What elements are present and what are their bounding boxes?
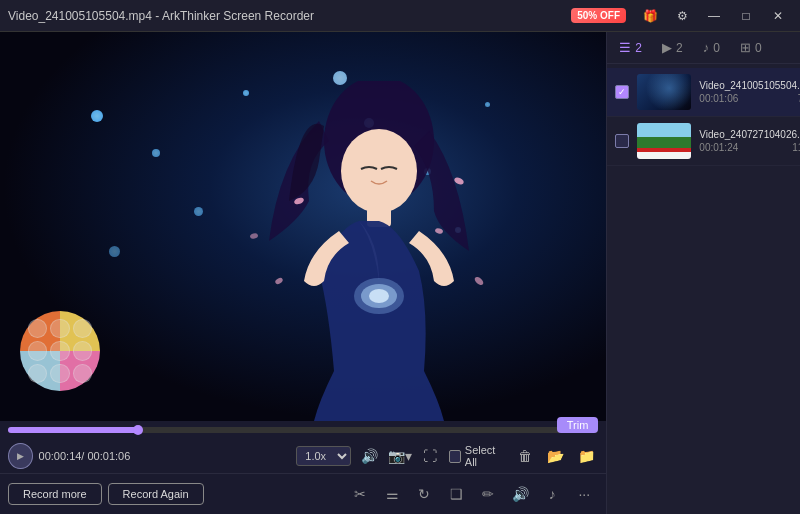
- tab-video[interactable]: ▶ 2: [658, 38, 687, 57]
- recording-item[interactable]: ✓ Video_241005105504.mp4 00:01:06 7MB: [607, 68, 800, 117]
- sparkle: [152, 149, 160, 157]
- close-button[interactable]: ✕: [764, 6, 792, 26]
- tab-list[interactable]: ☰ 2: [615, 38, 646, 57]
- timeline-area: Trim: [0, 421, 606, 439]
- select-all-label: Select All: [465, 444, 507, 468]
- recording-info: Video_240727104026.mp4 00:01:24 11MB: [699, 129, 800, 153]
- main-container: Trim ▶ 00:00:14/ 00:01:06 0.5x 0.75x 1.0…: [0, 32, 800, 514]
- recording-duration: 00:01:06: [699, 93, 738, 104]
- controls-row: ▶ 00:00:14/ 00:01:06 0.5x 0.75x 1.0x 1.2…: [0, 439, 606, 473]
- pop-bubble: [28, 364, 47, 383]
- recording-meta: 00:01:24 11MB: [699, 142, 800, 153]
- window-title: Video_241005105504.mp4 - ArkThinker Scre…: [8, 9, 571, 23]
- recording-size: 11MB: [792, 142, 800, 153]
- title-controls: 50% OFF 🎁 ⚙ — □ ✕: [571, 6, 792, 26]
- volume-boost-icon[interactable]: 🔊: [506, 480, 534, 508]
- volume-icon[interactable]: 🔊: [357, 443, 381, 469]
- camera-icon[interactable]: 📷▾: [388, 443, 412, 469]
- sparkle: [91, 110, 103, 122]
- progress-bar[interactable]: Trim: [8, 427, 598, 433]
- select-all-area[interactable]: Select All: [449, 444, 507, 468]
- sparkle: [109, 246, 120, 257]
- recordings-list: ✓ Video_241005105504.mp4 00:01:06 7MB Vi…: [607, 64, 800, 514]
- left-panel: Trim ▶ 00:00:14/ 00:01:06 0.5x 0.75x 1.0…: [0, 32, 606, 514]
- image-count: 0: [755, 41, 762, 55]
- recording-info: Video_241005105504.mp4 00:01:06 7MB: [699, 80, 800, 104]
- pop-bubble: [50, 364, 69, 383]
- svg-point-10: [250, 233, 259, 240]
- pop-bubble: [50, 319, 69, 338]
- pop-it-toy: [20, 311, 100, 391]
- image-tab-icon: ⊞: [740, 40, 751, 55]
- sparkle: [194, 207, 203, 216]
- more-icon[interactable]: ···: [570, 480, 598, 508]
- delete-icon[interactable]: 🗑: [513, 443, 537, 469]
- save-folder-icon[interactable]: 📁: [574, 443, 598, 469]
- time-display: 00:00:14/ 00:01:06: [39, 450, 131, 462]
- recording-name: Video_240727104026.mp4: [699, 129, 800, 140]
- list-icon: ☰: [619, 40, 631, 55]
- rotate-icon[interactable]: ↻: [410, 480, 438, 508]
- svg-point-1: [341, 129, 417, 213]
- promo-badge[interactable]: 50% OFF: [571, 8, 626, 23]
- right-panel: ☰ 2 ▶ 2 ♪ 0 ⊞ 0 ✓: [606, 32, 800, 514]
- minimize-button[interactable]: —: [700, 6, 728, 26]
- video-tab-icon: ▶: [662, 40, 672, 55]
- video-canvas: [0, 32, 606, 421]
- progress-thumb[interactable]: [133, 425, 143, 435]
- gift-icon[interactable]: 🎁: [636, 6, 664, 26]
- pop-bubble: [28, 319, 47, 338]
- split-icon[interactable]: ⚌: [378, 480, 406, 508]
- recording-thumbnail: [637, 123, 691, 159]
- recording-name: Video_241005105504.mp4: [699, 80, 800, 91]
- anime-character: [219, 81, 499, 421]
- select-all-checkbox[interactable]: [449, 450, 461, 463]
- tab-bar: ☰ 2 ▶ 2 ♪ 0 ⊞ 0: [607, 32, 800, 64]
- copy-icon[interactable]: ❑: [442, 480, 470, 508]
- recording-duration: 00:01:24: [699, 142, 738, 153]
- record-more-button[interactable]: Record more: [8, 483, 102, 505]
- pop-bubble: [28, 341, 47, 360]
- progress-fill: [8, 427, 138, 433]
- play-icon: ▶: [17, 451, 24, 461]
- audio-icon[interactable]: ♪: [538, 480, 566, 508]
- tab-image[interactable]: ⊞ 0: [736, 38, 766, 57]
- pop-bubble: [73, 341, 92, 360]
- audio-count: 0: [713, 41, 720, 55]
- settings-icon[interactable]: ⚙: [668, 6, 696, 26]
- video-preview: [0, 32, 606, 421]
- tab-audio[interactable]: ♪ 0: [699, 38, 724, 57]
- bottom-row: Record more Record Again ✂ ⚌ ↻ ❑ ✏ 🔊 ♪ ·…: [0, 473, 606, 514]
- video-count: 2: [676, 41, 683, 55]
- list-count: 2: [635, 41, 642, 55]
- checkbox-check: ✓: [618, 87, 626, 97]
- edit-icon[interactable]: ✏: [474, 480, 502, 508]
- expand-icon[interactable]: ⛶: [418, 443, 442, 469]
- pop-bubble: [73, 364, 92, 383]
- recording-checkbox[interactable]: ✓: [615, 85, 629, 99]
- recording-item[interactable]: Video_240727104026.mp4 00:01:24 11MB: [607, 117, 800, 166]
- play-button[interactable]: ▶: [8, 443, 33, 469]
- title-bar: Video_241005105504.mp4 - ArkThinker Scre…: [0, 0, 800, 32]
- speed-selector[interactable]: 0.5x 0.75x 1.0x 1.25x 1.5x 2.0x: [296, 446, 351, 466]
- recording-meta: 00:01:06 7MB: [699, 93, 800, 104]
- pop-bubble: [50, 341, 69, 360]
- svg-point-7: [435, 228, 444, 235]
- recording-thumbnail: [637, 74, 691, 110]
- trim-button[interactable]: Trim: [557, 417, 599, 433]
- edit-tools: ✂ ⚌ ↻ ❑ ✏ 🔊 ♪ ···: [344, 480, 598, 508]
- record-again-button[interactable]: Record Again: [108, 483, 204, 505]
- recording-checkbox[interactable]: [615, 134, 629, 148]
- svg-point-5: [369, 289, 389, 303]
- cut-icon[interactable]: ✂: [346, 480, 374, 508]
- svg-point-11: [473, 275, 485, 286]
- pop-bubble: [73, 319, 92, 338]
- maximize-button[interactable]: □: [732, 6, 760, 26]
- audio-tab-icon: ♪: [703, 40, 710, 55]
- svg-point-8: [274, 277, 283, 285]
- open-folder-icon[interactable]: 📂: [543, 443, 567, 469]
